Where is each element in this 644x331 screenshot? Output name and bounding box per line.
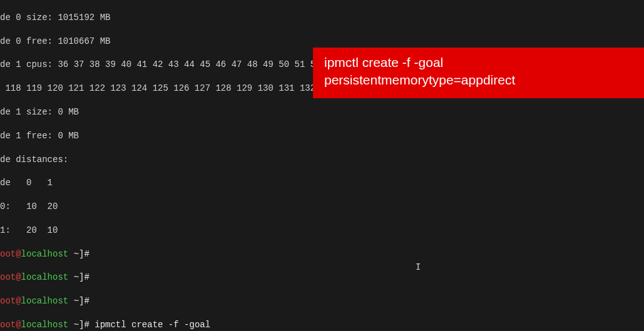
overlay-line2: persistentmemorytype=appdirect bbox=[324, 71, 633, 89]
node0-size: de 0 size: 1015192 MB bbox=[0, 12, 644, 24]
text-cursor-icon: I bbox=[416, 262, 421, 273]
node1-size: de 1 size: 0 MB bbox=[0, 106, 644, 118]
overlay-line1: ipmctl create -f -goal bbox=[324, 54, 633, 71]
prompt-empty-3: oot@localhost ~]# bbox=[0, 295, 644, 307]
prompt-empty-2: oot@localhost ~]# bbox=[0, 272, 644, 283]
node0-free: de 0 free: 1010667 MB bbox=[0, 36, 644, 48]
node-distances-label: de distances: bbox=[0, 154, 644, 166]
prompt-errcmd: oot@localhost ~]# ipmctl create -f -goal bbox=[0, 319, 644, 331]
prompt-empty-1: oot@localhost ~]# bbox=[0, 248, 644, 260]
node1-free: de 1 free: 0 MB bbox=[0, 130, 644, 142]
node-distances-header: de 0 1 bbox=[0, 177, 644, 189]
command-overlay: ipmctl create -f -goal persistentmemoryt… bbox=[313, 48, 644, 98]
node-distances-row1: 1: 20 10 bbox=[0, 225, 644, 237]
node-distances-row0: 0: 10 20 bbox=[0, 201, 644, 213]
